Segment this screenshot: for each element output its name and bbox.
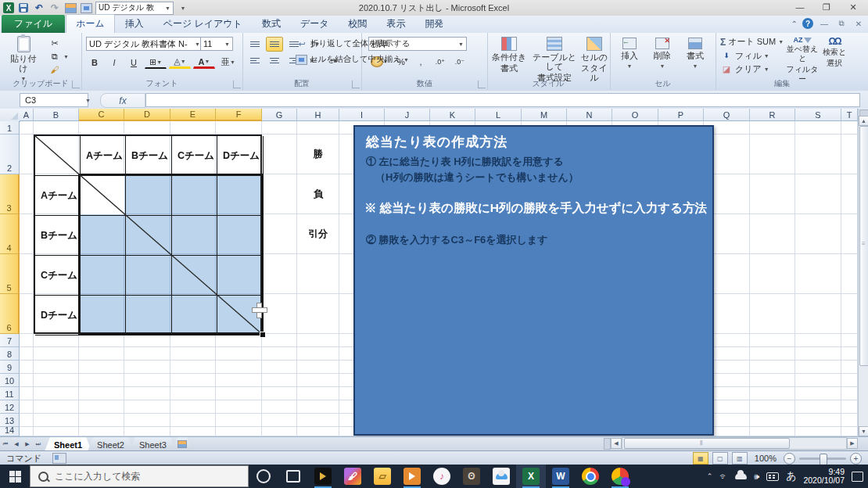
- scroll-right-button[interactable]: ▶: [847, 438, 858, 449]
- last-sheet-button[interactable]: ⏭: [33, 437, 44, 451]
- merge-center-button[interactable]: セルを結合して中央揃え ▼: [296, 54, 409, 65]
- italic-button[interactable]: I: [106, 55, 123, 70]
- zoom-in-button[interactable]: +: [850, 453, 862, 465]
- fill-handle[interactable]: [260, 332, 266, 338]
- task-view-button[interactable]: [278, 465, 308, 488]
- table-cell[interactable]: [81, 216, 126, 256]
- tab-insert[interactable]: 挿入: [116, 15, 153, 33]
- scroll-up-button[interactable]: ▲: [859, 116, 868, 126]
- onedrive-app[interactable]: [486, 465, 516, 488]
- copy-button[interactable]: ⧉▼: [48, 50, 69, 63]
- page-layout-view-button[interactable]: ▢: [712, 452, 728, 465]
- horizontal-scrollbar[interactable]: ◀ ▶: [604, 437, 858, 450]
- excel-taskbar-button[interactable]: X: [516, 465, 546, 488]
- table-cell[interactable]: [172, 296, 217, 336]
- clear-button[interactable]: ◪ クリア▼: [720, 63, 769, 75]
- touch-keyboard-icon[interactable]: [766, 472, 779, 481]
- column-header-T[interactable]: T: [841, 109, 858, 121]
- clipboard-dialog-launcher[interactable]: [72, 81, 80, 88]
- table-cell[interactable]: [81, 296, 126, 336]
- table-cell[interactable]: [172, 216, 217, 256]
- file-explorer[interactable]: ▱: [368, 465, 397, 488]
- table-cell[interactable]: [126, 296, 172, 336]
- vertical-scrollbar[interactable]: ▲ ▼: [858, 109, 868, 436]
- underline-button[interactable]: U: [125, 55, 142, 70]
- font-color-button[interactable]: A▼: [193, 56, 215, 69]
- decrease-decimal-button[interactable]: .0⁻: [451, 54, 468, 69]
- cell-styles-button[interactable]: セルの スタイル: [579, 37, 610, 82]
- format-as-table-button[interactable]: テーブルとして 書式設定: [530, 37, 579, 82]
- table-cell[interactable]: [217, 216, 264, 256]
- select-all-corner[interactable]: [0, 109, 20, 122]
- row-header-8[interactable]: 8: [0, 347, 20, 361]
- table-col-header-Cチーム[interactable]: Cチーム: [172, 136, 217, 176]
- font-name-combo[interactable]: UD デジタル 教科書体 N-B▼: [86, 37, 203, 51]
- minimize-ribbon-button[interactable]: ⌃: [791, 20, 798, 28]
- cut-button[interactable]: ✂: [48, 37, 61, 49]
- column-header-E[interactable]: E: [170, 109, 216, 121]
- column-header-P[interactable]: P: [658, 109, 704, 121]
- number-dialog-launcher[interactable]: [478, 81, 486, 88]
- table-cell[interactable]: [172, 256, 217, 296]
- insert-cells-button[interactable]: 挿入 ▼: [615, 38, 644, 71]
- align-left-button[interactable]: [246, 53, 264, 68]
- media-player-app[interactable]: [308, 465, 338, 488]
- table-row-header-Bチーム[interactable]: Bチーム: [35, 216, 81, 256]
- tab-page-layout[interactable]: ページ レイアウト: [154, 15, 252, 33]
- formula-input[interactable]: [145, 93, 860, 107]
- font-size-combo[interactable]: 11▼: [200, 37, 233, 51]
- zoom-slider-thumb[interactable]: [820, 454, 827, 465]
- cortana-button[interactable]: [249, 465, 278, 488]
- first-sheet-button[interactable]: ⏮: [0, 437, 11, 451]
- row-header-1[interactable]: 1: [0, 121, 20, 135]
- name-box-dropdown[interactable]: ▼: [83, 93, 93, 107]
- tab-home[interactable]: ホーム: [66, 14, 115, 33]
- find-select-button[interactable]: ΩΩ 検索と 選択: [820, 37, 848, 68]
- tab-review[interactable]: 校閲: [339, 15, 377, 33]
- row-header-9[interactable]: 9: [0, 361, 20, 374]
- tab-developer[interactable]: 開発: [416, 15, 454, 33]
- horizontal-split-handle[interactable]: [604, 438, 611, 450]
- row-header-14[interactable]: 14: [0, 427, 20, 436]
- format-cells-button[interactable]: 書式 ▼: [680, 38, 710, 71]
- table-row-header-Dチーム[interactable]: Dチーム: [35, 296, 81, 336]
- column-header-O[interactable]: O: [612, 109, 658, 121]
- column-header-K[interactable]: K: [430, 109, 475, 121]
- sheet-tab-Sheet3[interactable]: Sheet3: [130, 437, 176, 451]
- tab-formulas[interactable]: 数式: [253, 15, 290, 33]
- chrome-app[interactable]: [576, 465, 605, 488]
- column-header-G[interactable]: G: [262, 109, 297, 121]
- column-header-M[interactable]: M: [522, 109, 567, 121]
- zoom-level[interactable]: 100%: [755, 454, 777, 463]
- minimize-button[interactable]: —: [787, 0, 813, 14]
- page-break-view-button[interactable]: ▥: [732, 452, 748, 465]
- table-corner-diagonal-cell[interactable]: [35, 136, 81, 176]
- column-header-L[interactable]: L: [475, 109, 522, 121]
- increase-decimal-button[interactable]: .0⁺: [432, 54, 449, 69]
- table-cell[interactable]: [126, 216, 172, 256]
- align-top-button[interactable]: [246, 37, 264, 52]
- table-col-header-Bチーム[interactable]: Bチーム: [126, 136, 172, 176]
- table-row-header-Aチーム[interactable]: Aチーム: [35, 176, 81, 216]
- table-cell[interactable]: [172, 176, 217, 216]
- row-header-6[interactable]: 6: [0, 294, 20, 334]
- wifi-icon[interactable]: ᯤ: [719, 472, 728, 481]
- column-header-R[interactable]: R: [750, 109, 795, 121]
- action-center-icon[interactable]: [852, 472, 863, 482]
- column-header-C[interactable]: C: [79, 109, 124, 121]
- workbook-close-button[interactable]: ✕: [852, 20, 865, 28]
- taskbar-clock[interactable]: 9:49 2020/10/07: [803, 468, 845, 485]
- start-button[interactable]: [0, 465, 30, 488]
- align-middle-button[interactable]: [266, 37, 283, 52]
- column-header-H[interactable]: H: [297, 109, 339, 121]
- row-header-11[interactable]: 11: [0, 387, 20, 400]
- taskbar-search-box[interactable]: ここに入力して検索: [30, 465, 249, 487]
- tab-file[interactable]: ファイル: [2, 15, 65, 33]
- workbook-restore-button[interactable]: ⧉: [835, 19, 848, 28]
- ime-mode[interactable]: あ: [786, 469, 796, 483]
- onedrive-tray-icon[interactable]: [735, 473, 747, 479]
- column-header-I[interactable]: I: [339, 109, 385, 121]
- column-header-A[interactable]: A: [20, 109, 34, 121]
- media-app-orange[interactable]: [397, 465, 427, 488]
- alignment-dialog-launcher[interactable]: [352, 81, 360, 88]
